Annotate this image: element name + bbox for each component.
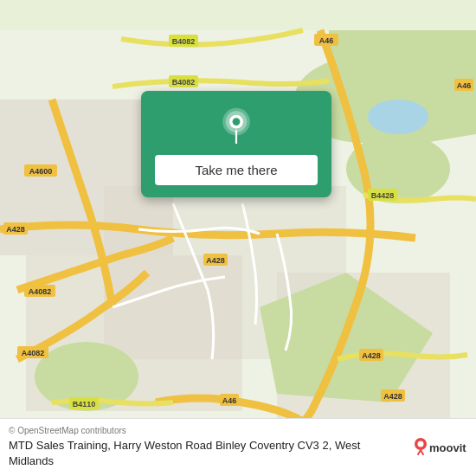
location-card: Take me there bbox=[141, 91, 331, 197]
svg-text:A4082: A4082 bbox=[29, 287, 52, 296]
svg-text:A428: A428 bbox=[6, 225, 25, 234]
svg-text:A4082: A4082 bbox=[22, 349, 45, 357]
svg-text:B4082: B4082 bbox=[172, 37, 196, 46]
osm-attribution: © OpenStreetMap contributors bbox=[9, 426, 405, 435]
moovit-logo: moovit bbox=[414, 435, 467, 460]
bottom-bar: © OpenStreetMap contributors MTD Sales T… bbox=[0, 418, 476, 476]
svg-text:A428: A428 bbox=[383, 392, 402, 401]
location-name: MTD Sales Training, Harry Weston Road Bi… bbox=[9, 438, 405, 469]
svg-text:A46: A46 bbox=[457, 81, 472, 90]
svg-text:A4600: A4600 bbox=[29, 167, 53, 176]
pin-icon bbox=[217, 106, 255, 145]
svg-text:B4110: B4110 bbox=[73, 400, 96, 408]
svg-text:B4082: B4082 bbox=[172, 78, 196, 87]
take-me-there-button[interactable]: Take me there bbox=[155, 155, 318, 185]
map-background: A46 B4082 B4082 A46 A4600 A428 B4428 A40… bbox=[0, 0, 476, 476]
svg-text:A46: A46 bbox=[222, 396, 237, 405]
svg-point-42 bbox=[233, 118, 241, 125]
svg-text:A428: A428 bbox=[206, 256, 225, 265]
svg-point-4 bbox=[368, 100, 428, 134]
svg-text:B4428: B4428 bbox=[371, 191, 395, 200]
bottom-text-area: © OpenStreetMap contributors MTD Sales T… bbox=[9, 426, 405, 469]
svg-text:moovit: moovit bbox=[429, 441, 466, 454]
map-container: A46 B4082 B4082 A46 A4600 A428 B4428 A40… bbox=[0, 0, 476, 476]
svg-text:A428: A428 bbox=[362, 351, 381, 360]
svg-point-44 bbox=[418, 441, 424, 447]
svg-text:A46: A46 bbox=[319, 36, 334, 45]
moovit-logo-svg: moovit bbox=[414, 435, 467, 460]
